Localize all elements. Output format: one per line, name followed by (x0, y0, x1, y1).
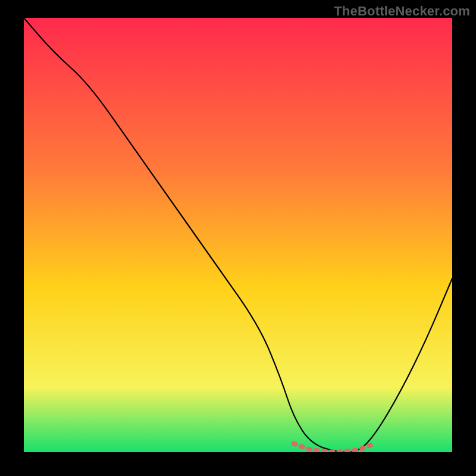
svg-rect-0 (24, 18, 452, 452)
chart-frame: TheBottleNecker.com (0, 0, 476, 476)
chart-svg (24, 18, 452, 452)
bottleneck-plot (24, 18, 452, 452)
watermark-label: TheBottleNecker.com (334, 4, 470, 19)
